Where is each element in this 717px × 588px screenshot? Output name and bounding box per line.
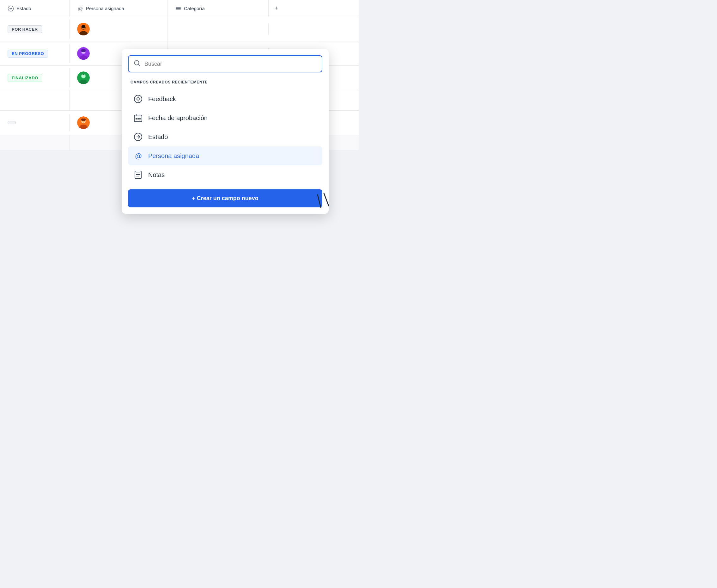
- at-icon: @: [133, 151, 143, 161]
- field-label-persona: Persona asignada: [148, 152, 199, 160]
- column-estado-label: Estado: [17, 6, 31, 11]
- svg-rect-4: [176, 9, 181, 10]
- column-estado[interactable]: Estado: [0, 0, 69, 17]
- section-title: CAMPOS CREADOS RECIENTEMENTE: [128, 80, 322, 84]
- svg-rect-14: [81, 49, 86, 52]
- categoria-icon: [175, 5, 181, 12]
- table-header: Estado @ Persona asignada Categoría +: [0, 0, 358, 17]
- estado-icon: [7, 5, 14, 12]
- search-box[interactable]: [128, 55, 322, 72]
- badge-finalizado: FINALIZADO: [7, 74, 42, 82]
- badge-por-hacer: POR HACER: [7, 25, 42, 33]
- avatar-1: [77, 23, 90, 36]
- column-categoria-label: Categoría: [184, 6, 205, 11]
- notes-icon: [133, 170, 143, 180]
- add-column-icon: +: [275, 5, 278, 12]
- badge-en-progreso: EN PROGRESO: [7, 50, 48, 58]
- chat-icon: [133, 94, 143, 104]
- svg-rect-28: [135, 118, 137, 120]
- cell-estado-2: EN PROGRESO: [0, 44, 69, 63]
- field-item-fecha[interactable]: Fecha de aprobación: [128, 108, 322, 127]
- svg-rect-9: [82, 25, 85, 28]
- table-row: POR HACER: [0, 17, 358, 41]
- cell-categoria-1: [168, 23, 268, 35]
- cell-estado-empty: [0, 90, 69, 110]
- dropdown-panel: CAMPOS CREADOS RECIENTEMENTE Feedback Fe…: [122, 49, 329, 214]
- field-label-notas: Notas: [148, 171, 165, 178]
- cell-estado-1: POR HACER: [0, 20, 69, 39]
- column-categoria[interactable]: Categoría: [168, 0, 268, 17]
- svg-rect-30: [139, 118, 140, 120]
- field-item-notas[interactable]: Notas: [128, 165, 322, 184]
- svg-rect-3: [176, 8, 181, 9]
- cell-estado-3: FINALIZADO: [0, 68, 69, 88]
- field-label-fecha: Fecha de aprobación: [148, 114, 208, 122]
- search-icon: [134, 60, 140, 68]
- add-column-button[interactable]: +: [268, 0, 285, 17]
- field-item-feedback[interactable]: Feedback: [128, 89, 322, 108]
- svg-rect-29: [137, 118, 139, 120]
- svg-point-26: [137, 98, 139, 100]
- create-field-label: + Crear un campo nuevo: [192, 195, 259, 202]
- svg-rect-2: [176, 7, 181, 7]
- arrow-circle-icon: [133, 132, 143, 142]
- persona-icon: @: [77, 5, 83, 12]
- cell-empty-bottom1: [0, 135, 69, 150]
- avatar-2: [77, 47, 90, 60]
- avatar-3: [77, 71, 90, 84]
- cell-estado-4: [0, 114, 69, 131]
- calendar-icon: [133, 113, 143, 123]
- avatar-4: [77, 116, 90, 129]
- column-persona-label: Persona asignada: [86, 6, 124, 11]
- field-label-estado: Estado: [148, 133, 168, 141]
- svg-rect-23: [81, 119, 86, 121]
- column-persona[interactable]: @ Persona asignada: [69, 0, 168, 17]
- field-item-estado[interactable]: Estado: [128, 127, 322, 146]
- field-item-persona[interactable]: @ Persona asignada: [128, 146, 322, 165]
- search-input[interactable]: [145, 61, 317, 67]
- cell-persona-1: [69, 17, 168, 41]
- create-field-button[interactable]: + Crear un campo nuevo: [128, 189, 322, 207]
- svg-text:@: @: [135, 152, 142, 160]
- svg-text:@: @: [78, 6, 83, 12]
- annotation-marks: [308, 192, 333, 212]
- badge-por-hacer-2: [7, 121, 16, 124]
- field-label-feedback: Feedback: [148, 96, 176, 103]
